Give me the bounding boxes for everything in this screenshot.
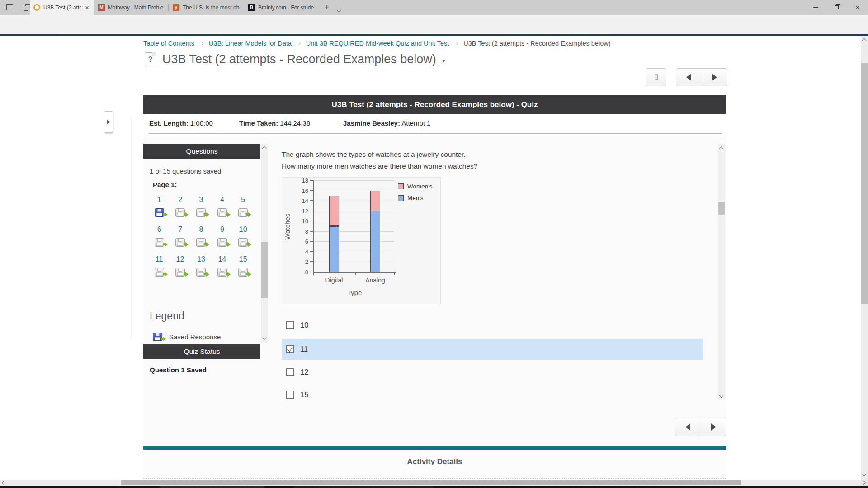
answer-option-10[interactable]: 10 <box>282 316 703 335</box>
question-6-link[interactable]: 6 <box>149 225 170 238</box>
checkbox-11[interactable] <box>286 345 294 353</box>
question-11-link[interactable]: 11 <box>149 255 170 268</box>
window-scrollbar-thumb[interactable] <box>861 63 868 304</box>
previous-content-button[interactable] <box>675 418 701 436</box>
question-1-link[interactable]: 1 <box>149 196 170 208</box>
checkbox-12[interactable] <box>286 368 294 376</box>
k12-favicon-icon <box>33 4 40 11</box>
question-prompt-line2: How many more men watches are there than… <box>282 162 477 170</box>
question-3-link[interactable]: 3 <box>191 196 212 208</box>
save-question-7-icon[interactable] <box>175 238 185 247</box>
page-label: Page 1: <box>153 181 177 188</box>
checkbox-15[interactable] <box>286 391 294 399</box>
question-13-link[interactable]: 13 <box>191 255 212 268</box>
tab-list-dropdown-icon[interactable] <box>337 5 340 14</box>
y-tick-label: 0 <box>297 269 308 276</box>
question-7-link[interactable]: 7 <box>170 225 190 238</box>
answer-option-11[interactable]: 11 <box>282 339 703 360</box>
save-question-2-icon[interactable] <box>175 208 185 217</box>
answer-option-12[interactable]: 12 <box>282 363 703 382</box>
question-15-link[interactable]: 15 <box>233 255 254 268</box>
breadcrumb-unit[interactable]: U3B: Linear Models for Data <box>209 40 292 47</box>
question-5-link[interactable]: 5 <box>233 196 254 208</box>
checkbox-10[interactable] <box>286 321 294 329</box>
question-4-link[interactable]: 4 <box>212 196 232 208</box>
question-2-link[interactable]: 2 <box>170 196 190 208</box>
quiz-status-header: Quiz Status <box>143 344 260 359</box>
window-minimize-button[interactable] <box>805 0 826 15</box>
save-question-10-icon[interactable] <box>238 238 248 247</box>
answer-option-15[interactable]: 15 <box>282 385 703 404</box>
bar-Digital-Men's <box>329 226 339 272</box>
breadcrumb-quiz-folder[interactable]: Unit 3B REQUIRED Mid-week Quiz and Unit … <box>306 40 449 47</box>
tab-news[interactable]: y The U.S. is the most obese r <box>169 0 243 15</box>
save-question-11-icon[interactable] <box>155 268 164 277</box>
expand-icon <box>107 120 110 124</box>
next-content-button[interactable] <box>702 69 727 86</box>
legend-title: Legend <box>150 310 184 322</box>
question-9-link[interactable]: 9 <box>212 225 232 238</box>
saved-response-icon <box>153 333 162 341</box>
breadcrumb-table-of-contents[interactable]: Table of Contents <box>143 40 194 47</box>
save-question-1-icon[interactable] <box>155 208 164 217</box>
tab-title: The U.S. is the most obese r <box>183 5 240 11</box>
save-question-12-icon[interactable] <box>175 268 185 277</box>
y-tick-label: 14 <box>297 197 308 204</box>
previous-content-button[interactable] <box>676 69 702 86</box>
info-divider <box>149 133 722 134</box>
previous-icon <box>686 74 691 81</box>
question-12-link[interactable]: 12 <box>170 255 190 268</box>
est-length: Est. Length: 1:00:00 <box>149 119 213 127</box>
question-14-link[interactable]: 14 <box>212 255 232 268</box>
tab-close-icon[interactable]: × <box>84 4 90 11</box>
gridline <box>313 180 394 181</box>
activity-details-accent-bar <box>143 446 726 450</box>
bookmark-button[interactable] <box>646 68 666 86</box>
tab-title: U3B Test (2 attempts - F <box>43 5 81 11</box>
save-question-5-icon[interactable] <box>238 208 248 217</box>
sidebar-flyout-handle[interactable] <box>104 111 113 133</box>
option-label: 11 <box>300 345 308 353</box>
question-10-link[interactable]: 10 <box>233 225 254 238</box>
save-question-8-icon[interactable] <box>196 238 206 247</box>
browser-tab-strip: U3B Test (2 attempts - F × M Mathway | M… <box>0 0 868 15</box>
save-question-4-icon[interactable] <box>217 208 227 217</box>
tab-u3b-test[interactable]: U3B Test (2 attempts - F × <box>30 0 94 15</box>
tab-brainly[interactable]: B Brainly.com - For students. I <box>245 0 318 15</box>
tab-mathway[interactable]: M Mathway | Math Problem Sc <box>94 0 168 15</box>
x-axis-line <box>313 272 396 273</box>
y-tick-label: 2 <box>297 258 308 265</box>
show-tab-previews-icon[interactable] <box>6 4 13 10</box>
save-question-14-icon[interactable] <box>217 268 227 277</box>
save-question-13-icon[interactable] <box>196 268 206 277</box>
tab-title: Mathway | Math Problem Sc <box>108 5 164 11</box>
next-content-button[interactable] <box>701 418 726 436</box>
option-label: 15 <box>300 390 308 399</box>
activity-details-title: Activity Details <box>407 457 462 466</box>
horizontal-scrollbar-thumb[interactable] <box>121 480 741 485</box>
window-restore-button[interactable] <box>826 0 847 15</box>
window-close-button[interactable]: × <box>847 0 868 15</box>
content-nav-group-bottom <box>675 418 726 436</box>
save-question-3-icon[interactable] <box>196 208 206 217</box>
legend-label: Women's <box>407 183 433 190</box>
legend-swatch-icon <box>398 195 404 201</box>
save-question-15-icon[interactable] <box>238 268 248 277</box>
y-axis-line <box>313 180 314 272</box>
content-nav-group-top <box>676 68 727 86</box>
next-icon <box>712 74 717 81</box>
chart-legend: Women'sMen's <box>398 180 433 204</box>
sidebar-scrollbar-thumb[interactable] <box>261 242 268 298</box>
quiz-document-icon: ? <box>145 52 156 66</box>
save-question-9-icon[interactable] <box>217 238 227 247</box>
title-dropdown-caret-icon[interactable]: ▾ <box>443 58 445 64</box>
content-scrollbar-track[interactable] <box>718 144 725 400</box>
question-8-link[interactable]: 8 <box>191 225 212 238</box>
legend-saved-response: Saved Response <box>153 333 221 341</box>
new-tab-button[interactable]: + <box>321 0 333 15</box>
content-scrollbar-thumb[interactable] <box>718 202 725 215</box>
save-question-6-icon[interactable] <box>155 238 164 247</box>
y-tick-label: 4 <box>297 249 308 255</box>
flyout-shadow <box>130 117 132 339</box>
x-category-label: Analog <box>357 277 393 284</box>
